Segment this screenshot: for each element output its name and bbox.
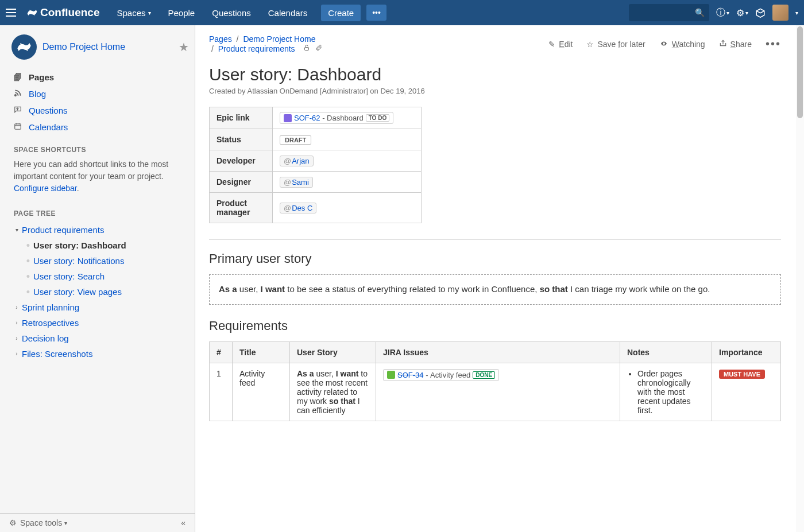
tree-heading: PAGE TREE xyxy=(14,209,187,218)
bullet-icon: • xyxy=(23,289,33,295)
user-avatar[interactable] xyxy=(772,5,788,21)
header-right: 🔍 ⓘ ▾ ⚙ ▾ ▾ xyxy=(629,4,798,21)
scrollbar-thumb[interactable] xyxy=(797,26,803,118)
user-menu-caret[interactable]: ▾ xyxy=(795,10,798,16)
chevron-right-icon[interactable]: › xyxy=(11,304,22,310)
star-outline-icon: ☆ xyxy=(586,40,594,49)
status-lozenge: DRAFT xyxy=(280,135,311,145)
col-title: Title xyxy=(233,341,290,363)
tree-retrospectives[interactable]: ›Retrospectives xyxy=(11,315,189,331)
create-button[interactable]: Create xyxy=(321,5,361,21)
tree-children: •User story: Dashboard •User story: Noti… xyxy=(23,238,189,300)
nav-calendars[interactable]: Calendars xyxy=(261,0,314,25)
header-left: Confluence Spaces▾ People Questions Cale… xyxy=(6,0,386,25)
chevron-right-icon[interactable]: › xyxy=(11,320,22,326)
notifications-icon[interactable] xyxy=(755,7,766,18)
sidebar-pages[interactable]: 🗐Pages xyxy=(11,69,189,86)
sidebar-calendars[interactable]: Calendars xyxy=(11,119,189,135)
page-title: User story: Dashboard xyxy=(209,65,781,84)
importance-badge: MUST HAVE xyxy=(719,370,765,379)
col-importance: Importance xyxy=(712,341,781,363)
help-icon[interactable]: ⓘ ▾ xyxy=(716,7,729,19)
layout: Demo Project Home ★ 🗐Pages Blog ? Questi… xyxy=(0,25,804,532)
svg-point-0 xyxy=(15,95,16,96)
cell-story: As a user, I want to see the most recent… xyxy=(290,363,376,421)
jira-epic-badge[interactable]: SOF-62 - Dashboard TO DO xyxy=(280,112,393,124)
svg-text:?: ? xyxy=(17,107,19,111)
confluence-logo[interactable]: Confluence xyxy=(26,6,99,19)
unlock-icon[interactable] xyxy=(303,44,312,53)
scrollbar[interactable] xyxy=(796,25,804,532)
cell-title: Activity feed xyxy=(233,363,290,421)
prop-designer-label: Designer xyxy=(210,172,273,193)
primary-story-panel: As a user, I want to be see a status of … xyxy=(209,274,781,305)
tree-decision-log[interactable]: ›Decision log xyxy=(11,331,189,346)
sidebar: Demo Project Home ★ 🗐Pages Blog ? Questi… xyxy=(0,25,195,532)
search-icon[interactable]: 🔍 xyxy=(695,8,705,17)
global-header: Confluence Spaces▾ People Questions Cale… xyxy=(0,0,804,25)
eye-icon xyxy=(659,40,668,49)
bullet-icon: • xyxy=(23,258,33,264)
cell-jira: SOF-34 - Activity feed DONE xyxy=(376,363,620,421)
nav-questions[interactable]: Questions xyxy=(205,0,258,25)
calendar-icon xyxy=(14,122,25,132)
requirements-table: # Title User Story JIRA Issues Notes Imp… xyxy=(209,341,781,421)
jira-story-badge[interactable]: SOF-34 - Activity feed DONE xyxy=(383,369,499,381)
properties-table: Epic link SOF-62 - Dashboard TO DO Statu… xyxy=(209,107,422,223)
cell-notes: Order pages chronologically with the mos… xyxy=(620,363,712,421)
tree-user-story-dashboard[interactable]: •User story: Dashboard xyxy=(23,238,189,253)
settings-icon[interactable]: ⚙ ▾ xyxy=(736,7,748,18)
main-content: Pages / Demo Project Home / Product requ… xyxy=(195,25,804,532)
edit-action[interactable]: ✎Edit xyxy=(548,40,573,49)
mention-pm[interactable]: @Des C xyxy=(280,203,316,213)
page-actions: ✎Edit ☆Save for later Watching Share ••• xyxy=(548,37,781,51)
search-wrap: 🔍 xyxy=(629,4,709,21)
col-jira: JIRA Issues xyxy=(376,341,620,363)
prop-developer-label: Developer xyxy=(210,150,273,172)
more-actions-button[interactable]: ••• xyxy=(766,37,781,51)
nav-people[interactable]: People xyxy=(161,0,202,25)
create-more-button[interactable]: ••• xyxy=(366,5,386,21)
prop-pm-value: @Des C xyxy=(273,193,422,223)
chevron-right-icon[interactable]: › xyxy=(11,351,22,357)
page-meta: Created by Atlassian OnDemand [Administr… xyxy=(209,87,781,95)
tree-sprint-planning[interactable]: ›Sprint planning xyxy=(11,300,189,315)
table-header-row: # Title User Story JIRA Issues Notes Imp… xyxy=(210,341,781,363)
breadcrumb-pages[interactable]: Pages xyxy=(209,34,232,44)
attachment-icon[interactable] xyxy=(315,44,322,53)
mention-designer[interactable]: @Sami xyxy=(280,177,313,188)
collapse-sidebar-icon[interactable]: « xyxy=(181,518,185,527)
nav-spaces[interactable]: Spaces▾ xyxy=(110,0,157,25)
tree-product-requirements[interactable]: ▾Product requirements xyxy=(11,222,189,238)
requirements-heading: Requirements xyxy=(209,319,781,333)
breadcrumb-demo-project[interactable]: Demo Project Home xyxy=(243,34,315,44)
sidebar-questions[interactable]: ? Questions xyxy=(11,102,189,119)
pencil-icon: ✎ xyxy=(548,40,555,49)
prop-epic-value: SOF-62 - Dashboard TO DO xyxy=(273,107,422,129)
chevron-down-icon[interactable]: ▾ xyxy=(11,227,22,233)
breadcrumb-product-requirements[interactable]: Product requirements xyxy=(218,44,295,53)
pages-icon: 🗐 xyxy=(14,73,25,82)
favorite-star-icon[interactable]: ★ xyxy=(179,40,189,54)
prop-status-label: Status xyxy=(210,129,273,150)
mention-developer[interactable]: @Arjan xyxy=(280,156,314,166)
tree-user-story-view-pages[interactable]: •User story: View pages xyxy=(23,284,189,300)
space-logo xyxy=(11,34,37,60)
breadcrumb: Pages / Demo Project Home / Product requ… xyxy=(209,34,548,53)
tree-files-screenshots[interactable]: ›Files: Screenshots xyxy=(11,346,189,362)
configure-sidebar-link[interactable]: Configure sidebar xyxy=(14,184,77,193)
chevron-right-icon[interactable]: › xyxy=(11,335,22,341)
space-header: Demo Project Home ★ xyxy=(11,34,189,60)
epic-icon xyxy=(284,114,292,122)
cell-importance: MUST HAVE xyxy=(712,363,781,421)
space-tools-button[interactable]: ⚙ Space tools ▾ xyxy=(9,518,67,527)
app-switcher-icon[interactable] xyxy=(6,6,20,20)
tree-user-story-search[interactable]: •User story: Search xyxy=(23,269,189,284)
space-title-link[interactable]: Demo Project Home xyxy=(42,42,179,52)
sidebar-blog[interactable]: Blog xyxy=(11,86,189,102)
save-for-later-action[interactable]: ☆Save for later xyxy=(586,40,645,49)
tree-user-story-notifications[interactable]: •User story: Notifications xyxy=(23,253,189,269)
share-action[interactable]: Share xyxy=(719,39,752,49)
watching-action[interactable]: Watching xyxy=(659,40,705,49)
story-icon xyxy=(387,371,395,379)
